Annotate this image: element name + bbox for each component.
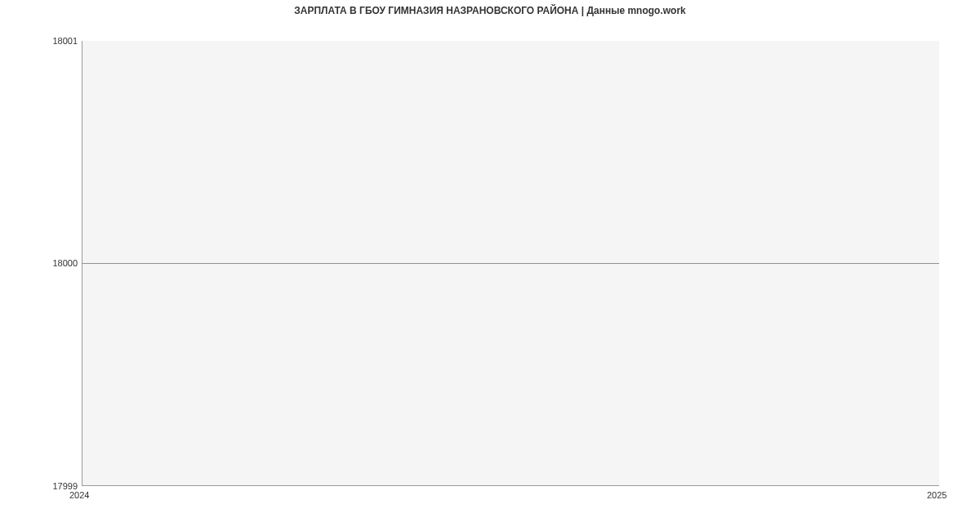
x-tick-right: 2025 xyxy=(927,490,947,500)
data-line xyxy=(82,263,939,264)
y-tick-top: 18001 xyxy=(4,36,78,46)
salary-chart: ЗАРПЛАТА В ГБОУ ГИМНАЗИЯ НАЗРАНОВСКОГО Р… xyxy=(0,0,980,531)
x-tick-left: 2024 xyxy=(69,490,89,500)
y-tick-bottom: 17999 xyxy=(4,481,78,491)
chart-title: ЗАРПЛАТА В ГБОУ ГИМНАЗИЯ НАЗРАНОВСКОГО Р… xyxy=(0,5,980,16)
y-tick-middle: 18000 xyxy=(4,258,78,268)
